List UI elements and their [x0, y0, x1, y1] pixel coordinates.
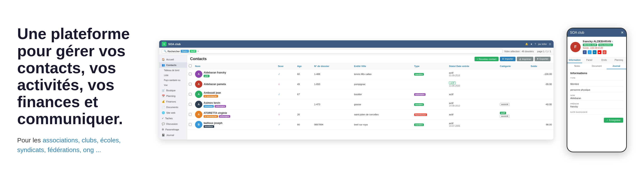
table-row[interactable]: B bailloux joseph moniteur ♂: [187, 120, 554, 130]
import-button[interactable]: ⬇ Importer: [500, 57, 516, 61]
phone-field-type: Type: [570, 77, 623, 80]
table-row[interactable]: A ATORETTA virginie à recontacter volont…: [187, 110, 554, 120]
field-value-nom: Aldebaran: [570, 97, 623, 100]
contact-statut: actif: [447, 89, 498, 100]
row-checkbox[interactable]: [189, 123, 192, 126]
sidebar-item-accueil[interactable]: 🏠 Accueil: [159, 57, 187, 62]
contact-categorie: associé: [498, 100, 529, 110]
phone-field-prenom: Prénom francky: [570, 103, 623, 109]
sidebar-item-tableau[interactable]: Tableau de bord: [159, 68, 187, 73]
col-dossier[interactable]: N° de dossier: [312, 63, 352, 69]
col-statut[interactable]: Statut Date entrée: [447, 63, 498, 69]
user-label[interactable]: jax teller: [538, 43, 547, 45]
search-input[interactable]: 🔍 Rechercher Statut Actif ✕: [162, 49, 502, 54]
row-checkbox[interactable]: [189, 113, 192, 116]
sidebar-item-siteweb[interactable]: 🌐 Site web: [159, 110, 187, 116]
subtab-document[interactable]: Document: [587, 63, 606, 69]
content-header: Contacts + Nouveau contact ⬇ Importer 🖨 …: [187, 55, 554, 63]
female-icon: ♀: [278, 113, 280, 116]
col-nom[interactable]: Nom: [193, 63, 276, 69]
facebook-icon[interactable]: f: [583, 50, 587, 54]
phone-save-button[interactable]: ✓ Enregistrer: [604, 118, 623, 123]
contact-name-cell: A Aldebaran pamela: [193, 79, 276, 89]
notification-icon[interactable]: 🔔: [525, 43, 528, 46]
finances-icon: 💰: [162, 100, 165, 103]
home-icon: 🏠: [162, 58, 165, 61]
sidebar-item-documents[interactable]: 📄 Documents: [159, 104, 187, 110]
print-button[interactable]: 🖨 Imprimer: [517, 57, 533, 61]
field-value-type: [570, 80, 623, 80]
star-icon[interactable]: ★: [530, 43, 532, 46]
sidebar-item-liste[interactable]: Liste: [159, 73, 187, 78]
phone-brand: SOA club: [570, 31, 584, 34]
sidebar-item-discussion[interactable]: 💬 Discussion: [159, 121, 187, 127]
boutique-icon: 🛒: [162, 89, 165, 92]
sidebar-label-boutique: Boutique: [166, 89, 176, 92]
col-age[interactable]: Age: [295, 63, 312, 69]
col-type[interactable]: Type: [412, 63, 447, 69]
field-value-membre: Membre: [570, 83, 623, 86]
sidebar-item-planning[interactable]: 📅 Planning: [159, 93, 187, 99]
subtab-journal[interactable]: Journal: [606, 63, 626, 69]
export-button[interactable]: ⬆ Exporter: [535, 57, 550, 61]
youtube-icon[interactable]: ▶: [598, 50, 602, 54]
table-row[interactable]: A Ambezati jean à recontacter ♂ 67: [187, 89, 554, 100]
tab-droits[interactable]: Droits: [597, 57, 612, 63]
filter-statut-badge[interactable]: Statut: [181, 50, 189, 53]
sidebar-label-parametrage: Paramétrage: [166, 128, 179, 131]
table-row[interactable]: A Aldebaran francky pnb ♂ 60 1-488: [187, 69, 554, 79]
sidebar-item-pays[interactable]: Pays sanitaire ou: [159, 78, 187, 83]
type-badge: volontaire: [414, 93, 426, 96]
sidebar-item-boutique[interactable]: 🛒 Boutique: [159, 88, 187, 93]
contact-statut: actif14-07-2006: [447, 120, 498, 130]
field-label-type: Type: [570, 77, 623, 79]
selection-info: Votre sélection : 46 dossiers: [504, 50, 534, 53]
sidebar-label-journal: Journal: [166, 134, 174, 136]
phone-person-name[interactable]: francky ALDEBARAN ›: [583, 40, 613, 43]
col-entite[interactable]: Entité Ville: [352, 63, 412, 69]
phone-content: F francky ALDEBARAN › Membre Actif Ens.m…: [567, 37, 626, 152]
phone-close-icon[interactable]: ✕: [621, 30, 624, 34]
sidebar-label-liste: Liste: [164, 74, 168, 76]
menu-icon[interactable]: ⊡: [549, 43, 551, 46]
contact-name: Ambezati jean: [204, 91, 221, 94]
planning-icon: 📅: [162, 94, 165, 98]
clear-filter-icon[interactable]: ✕: [197, 50, 199, 52]
col-categorie[interactable]: Catégorie: [498, 63, 529, 69]
phone-mockup: SOA club ✕ F francky ALDEBARAN › Membre …: [567, 28, 627, 152]
row-checkbox[interactable]: [189, 83, 192, 86]
contact-entite: boulder: [352, 89, 412, 100]
subtab-notes[interactable]: Notes: [567, 63, 587, 69]
table-row[interactable]: A Aldebaran pamela ♀ 49 1-650 pompignac: [187, 79, 554, 89]
avatar: A: [195, 91, 202, 98]
row-checkbox[interactable]: [189, 93, 192, 96]
row-checkbox[interactable]: [189, 72, 192, 76]
sidebar-item-vue[interactable]: Vue: [159, 83, 187, 88]
tab-panier[interactable]: Panier: [582, 57, 597, 63]
filter-actif-badge[interactable]: Actif: [190, 50, 196, 53]
phone-field-datenaissance: Date naissance: [570, 111, 623, 115]
app-sidebar: 🏠 Accueil 👥 Contacts Tableau de bord Lis…: [159, 55, 187, 140]
twitter-icon[interactable]: t: [588, 50, 592, 54]
sidebar-item-taches[interactable]: ✓ Taches: [159, 116, 187, 121]
discussion-icon: 💬: [162, 122, 165, 126]
sidebar-item-finances[interactable]: 💰 Finances: [159, 99, 187, 104]
col-sexe[interactable]: Sexe: [276, 63, 296, 69]
new-contact-button[interactable]: + Nouveau contact: [474, 57, 498, 61]
col-solde[interactable]: Solde: [529, 63, 554, 69]
contact-solde: -40.00: [529, 100, 554, 110]
sub-text: Pour les associations, clubs, écoles, sy…: [17, 135, 138, 155]
select-all-checkbox[interactable]: [189, 64, 192, 67]
sidebar-item-journal[interactable]: 📓 Journal: [159, 132, 187, 138]
contact-categorie: [498, 79, 529, 89]
linkedin-icon[interactable]: in: [593, 50, 596, 54]
sidebar-item-parametrage[interactable]: ⚙ Paramétrage: [159, 127, 187, 132]
tab-information[interactable]: Information: [567, 57, 582, 63]
tab-planning[interactable]: Planning: [612, 57, 626, 63]
email-icon[interactable]: @: [602, 50, 606, 54]
help-icon[interactable]: ?: [535, 43, 536, 45]
row-checkbox[interactable]: [189, 103, 192, 106]
type-badge: fournisseur: [414, 114, 427, 116]
sidebar-item-contacts[interactable]: 👥 Contacts: [159, 62, 187, 68]
table-row[interactable]: A Asimov kevin nouveau volontaire: [187, 100, 554, 110]
